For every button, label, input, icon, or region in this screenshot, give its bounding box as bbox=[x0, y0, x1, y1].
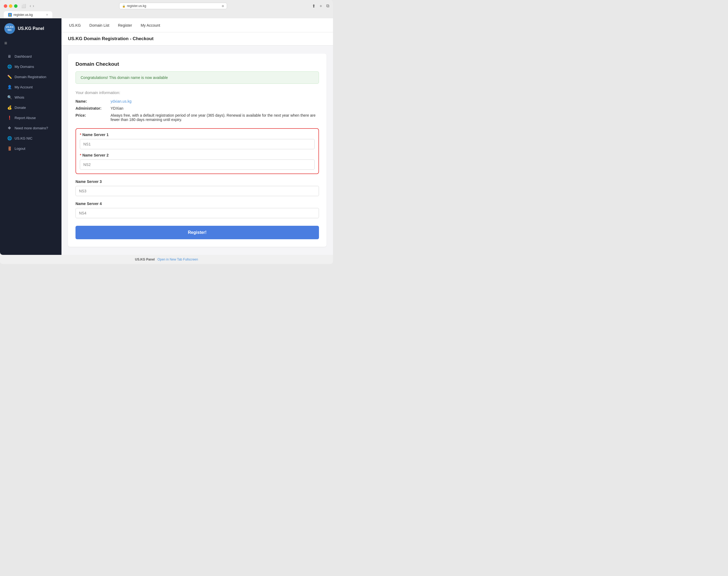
sidebar-label-report-abuse: Report Abuse bbox=[15, 116, 36, 120]
sidebar-nav: 🖥 Dashboard 🌐 My Domains ✏️ Domain Regis… bbox=[0, 50, 61, 154]
sidebar: US.KG NIC US.KG Panel ≡ 🖥 Dashboard 🌐 My… bbox=[0, 18, 61, 255]
sidebar-label-uskg-nic: US.KG NIC bbox=[15, 136, 32, 140]
domain-reg-icon: ✏️ bbox=[7, 75, 12, 79]
domain-info-row-price: Price: Always free, with a default regis… bbox=[76, 113, 319, 122]
logout-icon: 🚪 bbox=[7, 146, 12, 151]
tab-title: register.us.kg bbox=[14, 13, 33, 17]
ns2-input[interactable] bbox=[80, 160, 315, 170]
top-nav: US.KG Domain List Register My Account bbox=[61, 18, 333, 32]
sidebar-label-logout: Logout bbox=[15, 147, 25, 151]
traffic-light-minimize[interactable] bbox=[9, 4, 12, 8]
domain-price-value: Always free, with a default registration… bbox=[111, 113, 319, 122]
sidebar-label-domain-registration: Domain Registration bbox=[15, 75, 46, 79]
sidebar-item-dashboard[interactable]: 🖥 Dashboard bbox=[2, 52, 60, 61]
traffic-light-close[interactable] bbox=[4, 4, 7, 8]
page-header: US.KG Domain Registration - Checkout bbox=[61, 32, 333, 46]
domain-price-label: Price: bbox=[76, 113, 111, 117]
required-nameservers-wrapper: * Name Server 1 * Name Server 2 bbox=[76, 128, 319, 174]
tab-favicon: 🔒 bbox=[8, 13, 12, 17]
top-nav-register[interactable]: Register bbox=[117, 18, 133, 32]
tabs-icon[interactable]: ⧉ bbox=[326, 3, 329, 8]
new-tab-icon[interactable]: ＋ bbox=[319, 3, 323, 9]
domain-name-label: Name: bbox=[76, 99, 111, 104]
whois-icon: 🔍 bbox=[7, 95, 12, 99]
domain-info-row-admin: Administrator: YDXian bbox=[76, 106, 319, 111]
url-text: register.us.kg bbox=[127, 4, 146, 8]
my-domains-icon: 🌐 bbox=[7, 64, 12, 69]
sidebar-label-whois: Whois bbox=[15, 95, 24, 99]
share-icon[interactable]: ⬆ bbox=[312, 3, 316, 9]
sidebar-label-donate: Donate bbox=[15, 106, 26, 110]
sidebar-item-my-account[interactable]: 👤 My Account bbox=[2, 82, 60, 92]
logo-badge: US.KG NIC bbox=[4, 23, 15, 34]
browser-body: US.KG NIC US.KG Panel ≡ 🖥 Dashboard 🌐 My… bbox=[0, 18, 333, 255]
browser-titlebar: ⬜ ‹ › 🔒 register.us.kg ⊗ ⬆ ＋ ⧉ bbox=[4, 3, 329, 9]
ns2-label-text: Name Server 2 bbox=[82, 153, 108, 157]
forward-button[interactable]: › bbox=[33, 3, 34, 8]
ns2-required-star: * bbox=[80, 153, 81, 157]
traffic-light-maximize[interactable] bbox=[14, 4, 18, 8]
content-area: Domain Checkout Congratulations! This do… bbox=[61, 46, 333, 255]
my-account-icon: 👤 bbox=[7, 85, 12, 89]
top-nav-domain-list[interactable]: Domain List bbox=[88, 18, 111, 32]
sidebar-item-my-domains[interactable]: 🌐 My Domains bbox=[2, 62, 60, 71]
sidebar-title: US.KG Panel bbox=[18, 26, 44, 31]
ns4-input[interactable] bbox=[76, 208, 319, 218]
sidebar-item-need-more-domains[interactable]: ✥ Need more domains? bbox=[2, 123, 60, 133]
domain-admin-label: Administrator: bbox=[76, 106, 111, 111]
sidebar-label-need-more: Need more domains? bbox=[15, 126, 48, 130]
bottom-bar-link[interactable]: Open in New Tab Fullscreen bbox=[158, 258, 198, 261]
tab-close-button[interactable]: × bbox=[46, 13, 48, 17]
checkout-card: Domain Checkout Congratulations! This do… bbox=[68, 54, 326, 247]
ns4-field-group: Name Server 4 bbox=[76, 202, 319, 218]
back-button[interactable]: ‹ bbox=[30, 3, 31, 8]
browser-chrome: ⬜ ‹ › 🔒 register.us.kg ⊗ ⬆ ＋ ⧉ 🔒 registe… bbox=[0, 0, 333, 18]
sidebar-item-donate[interactable]: 💰 Donate bbox=[2, 103, 60, 112]
ns1-required-star: * bbox=[80, 133, 81, 137]
sidebar-item-uskg-nic[interactable]: 🌐 US.KG NIC bbox=[2, 133, 60, 143]
domain-name-value[interactable]: ydxian.us.kg bbox=[111, 99, 132, 104]
sidebar-label-dashboard: Dashboard bbox=[15, 54, 32, 58]
page-title: US.KG Domain Registration - Checkout bbox=[68, 36, 326, 41]
sidebar-label-my-account: My Account bbox=[15, 85, 33, 89]
sidebar-item-whois[interactable]: 🔍 Whois bbox=[2, 92, 60, 102]
reload-icon[interactable]: ⊗ bbox=[222, 4, 224, 8]
bottom-bar-text: US.KG Panel bbox=[135, 258, 155, 261]
top-nav-uskg[interactable]: US.KG bbox=[68, 18, 82, 32]
ns1-label-text: Name Server 1 bbox=[82, 133, 108, 137]
domain-admin-value: YDXian bbox=[111, 106, 123, 111]
bottom-bar: US.KG Panel Open in New Tab Fullscreen bbox=[0, 255, 333, 264]
browser-actions: ⬆ ＋ ⧉ bbox=[312, 3, 329, 9]
sidebar-item-domain-registration[interactable]: ✏️ Domain Registration bbox=[2, 72, 60, 82]
main-content: US.KG Domain List Register My Account US… bbox=[61, 18, 333, 255]
ns3-label-text: Name Server 3 bbox=[76, 179, 102, 184]
sidebar-item-report-abuse[interactable]: ❗ Report Abuse bbox=[2, 113, 60, 122]
need-more-icon: ✥ bbox=[7, 126, 12, 130]
domain-info-section: Your domain information: Name: ydxian.us… bbox=[76, 90, 319, 122]
success-banner: Congratulations! This domain name is now… bbox=[76, 71, 319, 84]
register-button[interactable]: Register! bbox=[76, 226, 319, 239]
ns3-field-group: Name Server 3 bbox=[76, 179, 319, 196]
lock-icon: 🔒 bbox=[122, 5, 125, 7]
dashboard-icon: 🖥 bbox=[7, 54, 12, 58]
ns1-field-group: * Name Server 1 bbox=[80, 133, 315, 149]
hamburger-menu[interactable]: ≡ bbox=[0, 39, 61, 50]
success-message: Congratulations! This domain name is now… bbox=[81, 76, 168, 80]
sidebar-item-logout[interactable]: 🚪 Logout bbox=[2, 144, 60, 153]
report-abuse-icon: ❗ bbox=[7, 116, 12, 120]
address-bar[interactable]: 🔒 register.us.kg ⊗ bbox=[119, 3, 227, 9]
traffic-lights bbox=[4, 4, 18, 8]
sidebar-toggle-icon[interactable]: ⬜ bbox=[21, 4, 26, 8]
active-tab[interactable]: 🔒 register.us.kg × bbox=[4, 11, 52, 18]
ns3-input[interactable] bbox=[76, 186, 319, 196]
ns1-input[interactable] bbox=[80, 139, 315, 149]
ns2-label: * Name Server 2 bbox=[80, 153, 315, 157]
sidebar-logo: US.KG NIC US.KG Panel bbox=[0, 18, 61, 39]
top-nav-my-account[interactable]: My Account bbox=[140, 18, 161, 32]
card-title: Domain Checkout bbox=[76, 61, 319, 67]
sidebar-label-my-domains: My Domains bbox=[15, 65, 34, 69]
uskg-nic-icon: 🌐 bbox=[7, 136, 12, 140]
ns3-label: Name Server 3 bbox=[76, 179, 319, 184]
ns1-label: * Name Server 1 bbox=[80, 133, 315, 137]
ns4-label: Name Server 4 bbox=[76, 202, 319, 206]
